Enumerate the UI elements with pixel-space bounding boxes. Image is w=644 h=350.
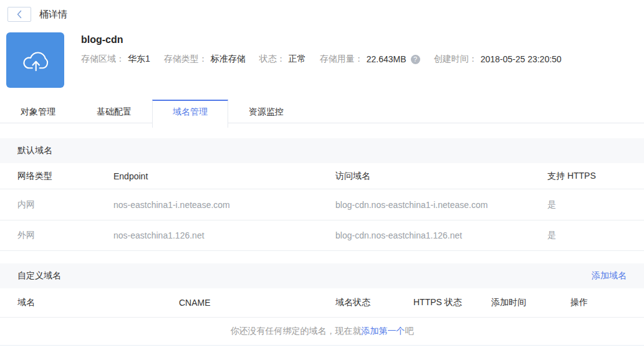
info-storage-type: 存储类型： 标准存储 [164, 54, 246, 65]
col-domain: 域名 [17, 297, 179, 308]
default-domains-title: 默认域名 [17, 145, 52, 156]
tab-basic-config[interactable]: 基础配置 [76, 100, 152, 123]
back-button[interactable] [7, 7, 31, 22]
tab-bar: 对象管理 基础配置 域名管理 资源监控 [0, 100, 644, 123]
info-storage-usage: 存储用量： 22.643MB [320, 54, 420, 65]
add-first-domain-link[interactable]: 添加第一个 [362, 326, 405, 337]
bucket-meta: blog-cdn 存储区域： 华东1 存储类型： 标准存储 状态： 正常 存储用… [81, 32, 575, 88]
network-type: 外网 [17, 230, 113, 241]
col-endpoint: Endpoint [113, 171, 335, 181]
tab-resource-monitor[interactable]: 资源监控 [228, 100, 304, 123]
tab-object-management[interactable]: 对象管理 [0, 100, 76, 123]
col-domain-status: 域名状态 [335, 297, 413, 308]
https-support-value: 是 [547, 199, 644, 210]
custom-domains-header-row: 域名 CNAME 域名状态 HTTPS 状态 添加时间 操作 [0, 288, 644, 318]
default-domains-section-header: 默认域名 [0, 138, 644, 163]
empty-state: 你还没有任何绑定的域名，现在就添加第一个吧 [0, 318, 644, 346]
empty-state-text: 你还没有任何绑定的域名，现在就 [231, 326, 362, 337]
empty-state-suffix: 吧 [405, 326, 414, 337]
topbar: 桶详情 [0, 0, 644, 22]
access-domain-value: blog-cdn.nos-eastchina1-i.netease.com [335, 200, 547, 210]
tab-domain-management[interactable]: 域名管理 [152, 100, 228, 128]
bucket-info-line: 存储区域： 华东1 存储类型： 标准存储 状态： 正常 存储用量： 22.643… [81, 54, 575, 65]
col-access-domain: 访问域名 [335, 171, 547, 182]
endpoint-value: nos-eastchina1-i.netease.com [113, 200, 335, 210]
col-network-type: 网络类型 [17, 171, 113, 182]
https-support-value: 是 [547, 230, 644, 241]
page-title: 桶详情 [39, 9, 67, 21]
custom-domains-title: 自定义域名 [17, 270, 61, 281]
endpoint-value: nos-eastchina1.126.net [113, 230, 335, 240]
info-region: 存储区域： 华东1 [81, 54, 150, 65]
info-created-time: 创建时间： 2018-05-25 23:20:50 [434, 54, 562, 65]
bucket-name: blog-cdn [81, 34, 575, 45]
info-status: 状态： 正常 [259, 54, 306, 65]
default-domains-header-row: 网络类型 Endpoint 访问域名 支持 HTTPS [0, 163, 644, 189]
col-https-status: HTTPS 状态 [413, 297, 491, 308]
col-actions: 操作 [570, 297, 644, 308]
table-row: 内网 nos-eastchina1-i.netease.com blog-cdn… [0, 189, 644, 220]
bucket-header: blog-cdn 存储区域： 华东1 存储类型： 标准存储 状态： 正常 存储用… [6, 32, 644, 88]
custom-domains-table: 域名 CNAME 域名状态 HTTPS 状态 添加时间 操作 你还没有任何绑定的… [0, 288, 644, 346]
col-https-support: 支持 HTTPS [547, 171, 644, 182]
chevron-left-icon [16, 10, 22, 19]
col-cname: CNAME [179, 298, 335, 308]
access-domain-value: blog-cdn.nos-eastchina1.126.net [335, 230, 547, 240]
table-row: 外网 nos-eastchina1.126.net blog-cdn.nos-e… [0, 220, 644, 251]
bucket-cloud-upload-icon [6, 32, 64, 88]
network-type: 内网 [17, 199, 113, 210]
help-icon[interactable] [411, 55, 420, 64]
default-domains-table: 网络类型 Endpoint 访问域名 支持 HTTPS 内网 nos-eastc… [0, 163, 644, 251]
custom-domains-section-header: 自定义域名 添加域名 [0, 263, 644, 288]
add-domain-button[interactable]: 添加域名 [592, 270, 627, 281]
col-add-time: 添加时间 [491, 297, 570, 308]
